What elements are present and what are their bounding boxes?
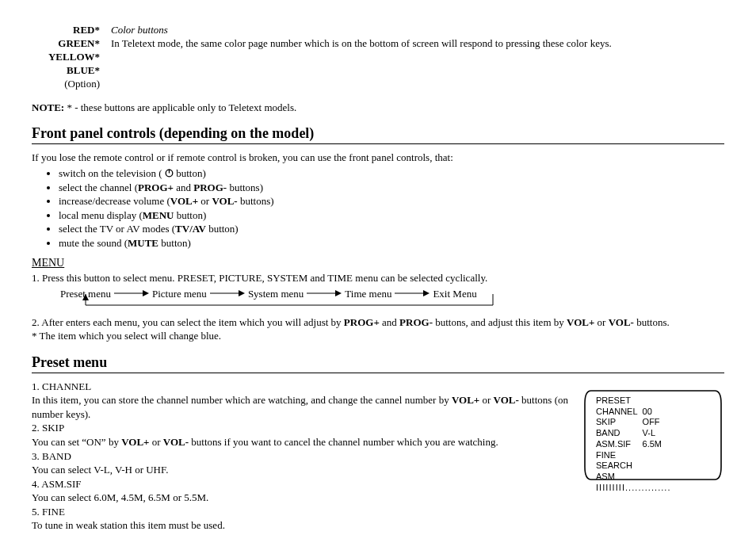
preset-2-label: 2. SKIP (32, 421, 575, 435)
label-red: RED* (38, 24, 100, 37)
menu-step-1: 1. Press this button to select menu. PRE… (32, 271, 724, 285)
tv-row: ASM (596, 472, 666, 483)
tv-table: CHANNEL00 SKIPOFF BANDV-L ASM.SIF6.5M FI… (596, 407, 666, 483)
section-front-panel-title: Front panel controls (depending on the m… (32, 125, 724, 144)
menu-star-note: * The item which you select will change … (32, 329, 724, 343)
color-desc-column: Color buttons In Teletext mode, the same… (111, 24, 618, 90)
preset-1-desc: In this item, you can store the channel … (32, 393, 575, 421)
preset-2-desc: You can set “ON” by VOL+ or VOL- buttons… (32, 435, 575, 449)
preset-body: 1. CHANNEL In this item, you can store t… (32, 380, 575, 533)
bullet-volume: increase/decrease volume (VOL+ or VOL- b… (59, 194, 724, 208)
tv-bar: I I I I I I I I I . . . . . . . . . . . … (596, 483, 670, 494)
tv-row: CHANNEL00 (596, 407, 666, 418)
section-preset-title: Preset menu (32, 354, 724, 373)
bullet-menu: local menu display (MENU button) (59, 208, 724, 223)
note-label: NOTE: (32, 101, 64, 113)
bullet-channel: select the channel (PROG+ and PROG- butt… (59, 181, 724, 195)
tv-row: SKIPOFF (596, 417, 666, 428)
label-blue: BLUE* (38, 64, 100, 78)
tv-row: ASM.SIF6.5M (596, 439, 666, 450)
label-option: (Option) (38, 78, 100, 91)
preset-3-desc: You can select V-L, V-H or UHF. (32, 463, 575, 477)
menu-step-2: 2. After enters each menu, you can selec… (32, 315, 724, 330)
preset-4-label: 4. ASM.SIF (32, 477, 575, 491)
color-buttons-desc: In Teletext mode, the same color page nu… (111, 37, 618, 51)
bullet-mute: mute the sound (MUTE button) (59, 236, 724, 250)
front-panel-intro: If you lose the remote control or if rem… (32, 151, 724, 165)
label-green: GREEN* (38, 37, 100, 51)
menu-heading: MENU (32, 256, 724, 271)
front-panel-bullets: switch on the television ( button) selec… (32, 166, 724, 250)
color-buttons-title: Color buttons (111, 24, 618, 37)
preset-1-label: 1. CHANNEL (32, 380, 575, 394)
loop-arrow-icon (57, 294, 501, 311)
power-icon (165, 169, 174, 178)
preset-4-desc: You can select 6.0M, 4.5M, 6.5M or 5.5M. (32, 491, 575, 505)
preset-5-desc: To tune in weak station this item must b… (32, 518, 575, 533)
svg-marker-10 (82, 294, 89, 300)
label-yellow: YELLOW* (38, 51, 100, 64)
tv-row: FINE (596, 450, 666, 461)
tv-title: PRESET (596, 396, 670, 407)
note-line: NOTE: * - these buttons are applicable o… (32, 101, 724, 114)
section-front-panel-body: If you lose the remote control or if rem… (32, 151, 724, 342)
menu-flow: Preset menu Picture menu System menu Tim… (60, 287, 724, 314)
note-text: * - these buttons are applicable only to… (64, 101, 296, 113)
tv-osd-content: PRESET CHANNEL00 SKIPOFF BANDV-L ASM.SIF… (596, 396, 670, 494)
preset-3-label: 3. BAND (32, 449, 575, 464)
tv-row: SEARCH (596, 460, 666, 472)
tv-row: BANDV-L (596, 428, 666, 439)
bullet-tvav: select the TV or AV modes (TV/AV button) (59, 222, 724, 236)
color-buttons-block: RED* GREEN* YELLOW* BLUE* (Option) Color… (38, 24, 724, 90)
preset-5-label: 5. FINE (32, 505, 575, 519)
bullet-power: switch on the television ( button) (59, 166, 724, 181)
color-label-column: RED* GREEN* YELLOW* BLUE* (Option) (38, 24, 100, 90)
tv-osd-diagram: PRESET CHANNEL00 SKIPOFF BANDV-L ASM.SIF… (582, 388, 724, 486)
